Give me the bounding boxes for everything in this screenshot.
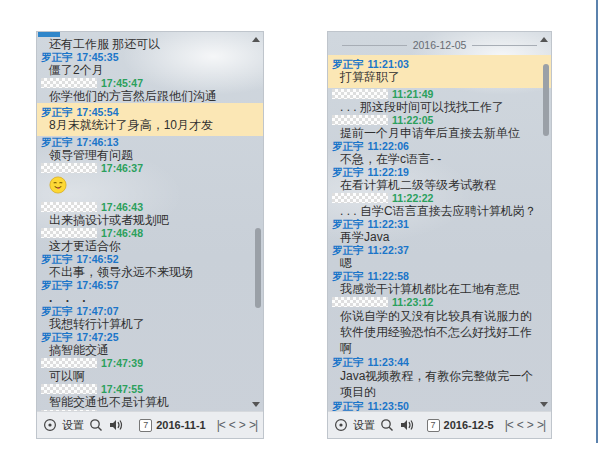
message-time: 17:46:57: [77, 279, 119, 291]
tongue-out-face-icon: [49, 183, 67, 197]
scroll-down-icon[interactable]: [252, 402, 260, 407]
chat-message[interactable]: 这才更适合你: [37, 239, 263, 253]
chat-message[interactable]: 搞智能交通: [37, 343, 263, 357]
chat-message[interactable]: 嗯: [328, 256, 551, 270]
peer-row[interactable]: 11:21:49: [328, 88, 551, 100]
message-time: 11:22:19: [368, 166, 409, 178]
sender-row[interactable]: 罗正宇11:22:37: [328, 244, 551, 256]
peer-row[interactable]: 17:45:47: [37, 77, 263, 89]
chat-message[interactable]: 在看计算机二级等级考试教程: [328, 178, 551, 192]
peer-row[interactable]: 17:46:48: [37, 227, 263, 239]
scroll-up-icon[interactable]: [252, 37, 260, 42]
chat-message[interactable]: . . . 自学C语言直接去应聘计算机岗？: [328, 204, 551, 218]
sender-row[interactable]: 罗正宇17:45:54: [37, 103, 263, 118]
sender-row[interactable]: 罗正宇17:46:57: [37, 279, 263, 291]
chat-message-dots[interactable]: . . .: [37, 291, 263, 305]
chat-message[interactable]: 僵了2个月: [37, 63, 263, 77]
sender-name: 罗正宇: [41, 51, 73, 63]
chat-message[interactable]: 不急，在学c语言- -: [328, 152, 551, 166]
peer-row[interactable]: 17:46:37: [37, 162, 263, 174]
chat-message[interactable]: 可以啊: [37, 369, 263, 383]
sender-row[interactable]: 罗正宇11:21:03: [328, 55, 551, 70]
speaker-icon[interactable]: [108, 418, 124, 432]
chat-message[interactable]: 不出事，领导永远不来现场: [37, 265, 263, 279]
next-page-button[interactable]: >: [527, 419, 533, 431]
prev-page-button[interactable]: <: [229, 419, 235, 431]
sender-row[interactable]: 罗正宇11:22:06: [328, 140, 551, 152]
censored-name: [41, 163, 97, 173]
peer-row[interactable]: 17:48:09: [37, 409, 263, 411]
sender-row[interactable]: 罗正宇17:47:25: [37, 331, 263, 343]
current-date[interactable]: 2016-12-5: [444, 419, 494, 431]
peer-row[interactable]: 17:47:55: [37, 383, 263, 395]
sender-name: 罗正宇: [41, 279, 73, 291]
page-nav-group: |< < > >|: [505, 419, 545, 431]
sender-row[interactable]: 罗正宇17:46:52: [37, 253, 263, 265]
message-time: 17:47:55: [101, 383, 143, 395]
search-icon[interactable]: [89, 418, 103, 432]
scrollbar-thumb[interactable]: [543, 64, 549, 136]
message-time: 11:22:37: [368, 244, 409, 256]
scrollbar-thumb[interactable]: [255, 228, 261, 308]
censored-name: [332, 297, 388, 307]
sender-name: 罗正宇: [332, 58, 364, 70]
censored-name: [332, 115, 388, 125]
calendar-icon[interactable]: 7: [427, 419, 440, 432]
peer-row[interactable]: 17:47:39: [37, 357, 263, 369]
chat-message[interactable]: 还有工作服 那还可以: [37, 37, 263, 51]
sender-name: 罗正宇: [332, 400, 364, 411]
chat-message[interactable]: 你学他们的方言然后跟他们沟通: [37, 89, 263, 103]
scroll-down-icon[interactable]: [540, 402, 548, 407]
speaker-icon[interactable]: [399, 418, 415, 432]
chat-message[interactable]: 我感觉干计算机都比在工地有意思: [328, 282, 551, 296]
message-area-right: 2016-12-05罗正宇11:21:03打算辞职了11:21:49. . . …: [328, 32, 551, 411]
message-time: 17:47:39: [101, 357, 143, 369]
chat-message[interactable]: 领导管理有问题: [37, 148, 263, 162]
chat-message[interactable]: 出来搞设计或者规划吧: [37, 213, 263, 227]
settings-label[interactable]: 设置: [62, 418, 84, 433]
last-page-button[interactable]: >|: [537, 419, 545, 431]
message-time: 11:23:44: [368, 356, 409, 368]
toolbar-left: 设置 7 2016-11-1 |< < > >|: [37, 411, 263, 438]
current-date[interactable]: 2016-11-1: [156, 419, 206, 431]
chat-message[interactable]: 你说自学的又没有比较具有说服力的软件使用经验恐怕不怎么好找好工作啊: [328, 308, 551, 356]
next-page-button[interactable]: >: [239, 419, 245, 431]
calendar-icon[interactable]: 7: [139, 419, 152, 432]
peer-row[interactable]: 11:23:12: [328, 296, 551, 308]
chat-message[interactable]: 8月末就统计了身高，10月才发: [37, 118, 263, 136]
peer-row[interactable]: 11:22:05: [328, 114, 551, 126]
sender-row[interactable]: 罗正宇11:22:19: [328, 166, 551, 178]
sender-row[interactable]: 罗正宇11:23:44: [328, 356, 551, 368]
first-page-button[interactable]: |<: [217, 419, 225, 431]
sender-row[interactable]: 罗正宇11:23:50: [328, 400, 551, 411]
sender-row[interactable]: 罗正宇17:47:07: [37, 305, 263, 317]
first-page-button[interactable]: |<: [505, 419, 513, 431]
censored-name: [41, 202, 97, 212]
sender-row[interactable]: 罗正宇17:45:35: [37, 51, 263, 63]
sender-row[interactable]: 罗正宇11:22:31: [328, 218, 551, 230]
sender-row[interactable]: 罗正宇11:22:58: [328, 270, 551, 282]
settings-icon[interactable]: [43, 418, 57, 432]
chat-message[interactable]: 我想转行计算机了: [37, 317, 263, 331]
message-time: 17:48:09: [101, 409, 143, 411]
last-page-button[interactable]: >|: [249, 419, 257, 431]
settings-icon[interactable]: [334, 418, 348, 432]
emoji-message[interactable]: [37, 174, 263, 201]
date-separator-label: 2016-12-05: [413, 39, 467, 51]
settings-label[interactable]: 设置: [353, 418, 375, 433]
chat-message[interactable]: 再学Java: [328, 230, 551, 244]
chat-message[interactable]: . . . 那这段时间可以找找工作了: [328, 100, 551, 114]
sender-row[interactable]: 罗正宇17:46:13: [37, 136, 263, 148]
search-icon[interactable]: [380, 418, 394, 432]
censored-name: [332, 89, 388, 99]
chat-message[interactable]: 提前一个月申请年后直接去新单位: [328, 126, 551, 140]
prev-page-button[interactable]: <: [517, 419, 523, 431]
peer-row[interactable]: 17:46:43: [37, 201, 263, 213]
chat-message[interactable]: 智能交通也不是计算机: [37, 395, 263, 409]
scroll-up-icon[interactable]: [540, 37, 548, 42]
message-area-left: 还有工作服 那还可以罗正宇17:45:35僵了2个月17:45:47你学他们的方…: [37, 32, 263, 411]
chat-message[interactable]: Java视频教程，有教你完整做完一个项目的: [328, 368, 551, 400]
peer-row[interactable]: 11:22:22: [328, 192, 551, 204]
chat-message[interactable]: 打算辞职了: [328, 70, 551, 88]
message-time: 11:22:06: [368, 140, 409, 152]
